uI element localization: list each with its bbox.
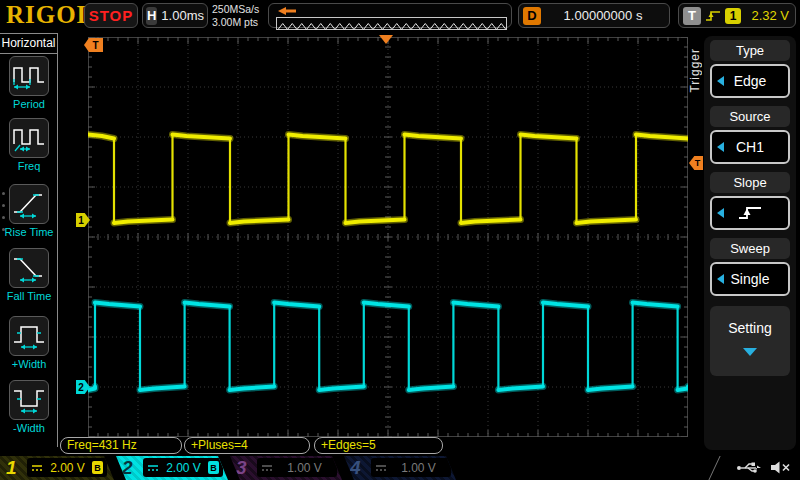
sidebar-item-minus-width[interactable]: -Width bbox=[0, 380, 58, 434]
channel-scale: 1.00 V bbox=[276, 461, 333, 475]
option-arrow-icon bbox=[717, 274, 724, 284]
trigger-level-value: 2.32 V bbox=[745, 8, 791, 23]
trigger-readout-box: T 1 2.32 V bbox=[678, 3, 796, 28]
option-arrow-icon bbox=[717, 142, 724, 152]
sidebar-item-label: Freq bbox=[0, 160, 58, 172]
menu-button-slope[interactable] bbox=[710, 196, 790, 230]
memory-depth: 3.00M pts bbox=[212, 16, 259, 29]
dc-coupling-icon bbox=[375, 463, 387, 473]
delay-readout-box: D 1.00000000 s bbox=[518, 3, 670, 28]
menu-group-sweep-label: Sweep bbox=[710, 238, 790, 259]
record-waveform-thumbnail bbox=[277, 21, 506, 32]
channel-number: 1 bbox=[6, 457, 17, 479]
bandwidth-limit-badge: B bbox=[208, 461, 219, 474]
sidebar-item-plus-width[interactable]: +Width bbox=[0, 316, 58, 370]
menu-page-dot bbox=[2, 216, 5, 219]
measurement-freq: Freq=431 Hz bbox=[60, 437, 182, 454]
option-arrow-icon bbox=[717, 76, 724, 86]
sidebar-item-label: +Width bbox=[0, 358, 58, 370]
trigger-offscreen-marker: T bbox=[84, 38, 103, 52]
menu-tab-title: Trigger bbox=[688, 48, 702, 93]
channel-3-status[interactable]: 3 1.00 V bbox=[230, 456, 342, 480]
freq-icon bbox=[12, 123, 46, 153]
menu-group-type-label: Type bbox=[710, 40, 790, 61]
setting-label: Setting bbox=[710, 320, 790, 336]
rigol-logo: RIGOL bbox=[6, 1, 94, 29]
waveform-record-preview bbox=[268, 3, 512, 28]
panel-slant-divider bbox=[708, 456, 720, 480]
chevron-down-icon bbox=[743, 348, 757, 356]
system-status-icons bbox=[736, 460, 792, 475]
sidebar-item-freq[interactable]: Freq bbox=[0, 118, 58, 172]
acquisition-info: 250MSa/s 3.00M pts bbox=[212, 3, 259, 29]
channel-scale-pill: 2.00 V B bbox=[27, 458, 107, 477]
dc-coupling-icon bbox=[147, 463, 159, 473]
menu-value-type: Edge bbox=[734, 73, 767, 89]
channel-scale-pill: 1.00 V bbox=[257, 458, 337, 477]
menu-button-setting[interactable]: Setting bbox=[710, 306, 790, 376]
plus-width-icon bbox=[12, 321, 46, 351]
channel-scale: 1.00 V bbox=[390, 461, 447, 475]
delay-value: 1.00000000 s bbox=[541, 8, 665, 23]
dc-coupling-icon bbox=[261, 463, 273, 473]
channel-4-status[interactable]: 4 1.00 V bbox=[344, 456, 456, 480]
channel-scale: 2.00 V bbox=[46, 461, 89, 475]
timebase-value: 1.00ms bbox=[161, 8, 204, 23]
menu-value-source: CH1 bbox=[736, 139, 764, 155]
menu-page-dot bbox=[2, 192, 5, 195]
option-arrow-icon bbox=[717, 208, 724, 218]
menu-group-slope-label: Slope bbox=[710, 172, 790, 193]
sidebar-item-fall-time[interactable]: Fall Time bbox=[0, 248, 58, 302]
speaker-muted-icon bbox=[770, 460, 792, 475]
channel-scale: 2.00 V bbox=[162, 461, 205, 475]
channel-scale-pill: 1.00 V bbox=[371, 458, 451, 477]
channel-number: 4 bbox=[350, 457, 361, 479]
menu-page-dot bbox=[2, 228, 5, 231]
slope-rising-icon bbox=[737, 204, 763, 222]
sidebar-item-label: -Width bbox=[0, 422, 58, 434]
delay-badge: D bbox=[523, 7, 541, 25]
trigger-menu-panel: Type Edge Source CH1 Slope Sweep Single … bbox=[704, 36, 796, 450]
measurement-plus-edges: +Edges=5 bbox=[314, 437, 443, 454]
bandwidth-limit-badge: B bbox=[92, 461, 103, 474]
run-state-label: STOP bbox=[89, 7, 134, 24]
usb-icon bbox=[736, 460, 762, 475]
trigger-badge: T bbox=[683, 7, 701, 25]
waveform-display bbox=[88, 37, 688, 437]
menu-button-source[interactable]: CH1 bbox=[710, 130, 790, 164]
trigger-source-badge: 1 bbox=[725, 8, 741, 24]
menu-button-sweep[interactable]: Single bbox=[710, 262, 790, 296]
sample-rate: 250MSa/s bbox=[212, 3, 259, 16]
sidebar-item-label: Fall Time bbox=[0, 290, 58, 302]
sidebar-title: Horizontal bbox=[0, 33, 57, 54]
channel-scale-pill: 2.00 V B bbox=[143, 458, 223, 477]
oscilloscope-screen: RIGOL STOP H 1.00ms 250MSa/s 3.00M pts D… bbox=[0, 0, 800, 480]
rise-time-icon bbox=[12, 189, 46, 219]
sidebar-item-period[interactable]: Period bbox=[0, 56, 58, 110]
menu-button-type[interactable]: Edge bbox=[710, 64, 790, 98]
measurement-plus-pulses: +Pluses=4 bbox=[184, 437, 310, 454]
horizontal-timebase-box: H 1.00ms bbox=[142, 3, 208, 28]
trigger-level-marker[interactable]: T bbox=[689, 156, 703, 170]
sidebar-item-label: Rise Time bbox=[0, 226, 58, 238]
dc-coupling-icon bbox=[31, 463, 43, 473]
fall-time-icon bbox=[12, 253, 46, 283]
menu-group-source-label: Source bbox=[710, 106, 790, 127]
sidebar-item-label: Period bbox=[0, 98, 58, 110]
record-window-bracket bbox=[276, 17, 507, 30]
trigger-position-marker[interactable] bbox=[379, 35, 393, 44]
slope-rising-icon bbox=[705, 9, 721, 23]
run-state-indicator: STOP bbox=[84, 3, 138, 28]
record-position-arrow-icon bbox=[278, 7, 298, 15]
channel-1-status[interactable]: 1 2.00 V B bbox=[0, 456, 114, 480]
channel-number: 2 bbox=[122, 457, 133, 479]
menu-value-sweep: Single bbox=[731, 271, 770, 287]
channel-2-status[interactable]: 2 2.00 V B bbox=[116, 456, 228, 480]
sidebar-item-rise-time[interactable]: Rise Time bbox=[0, 184, 58, 238]
menu-page-dot bbox=[2, 204, 5, 207]
h-badge: H bbox=[146, 7, 157, 25]
channel-number: 3 bbox=[236, 457, 247, 479]
minus-width-icon bbox=[12, 385, 46, 415]
period-icon bbox=[12, 61, 46, 91]
